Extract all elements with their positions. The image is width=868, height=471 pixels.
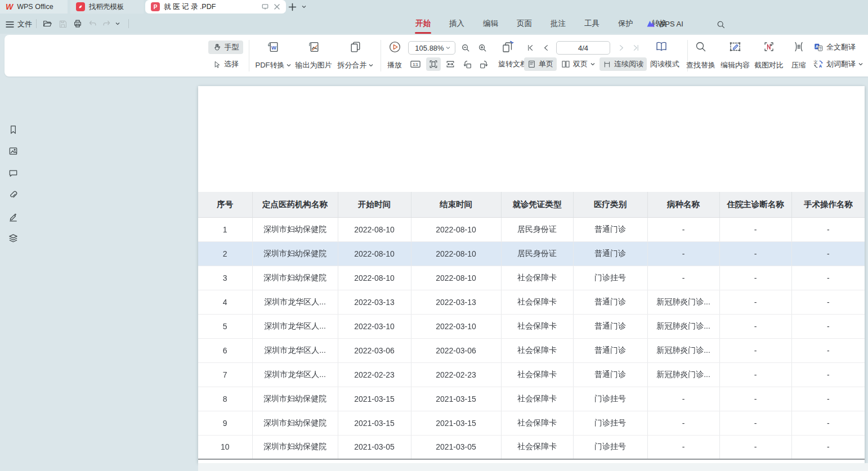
chevron-down-icon [590,62,595,66]
table-cell: 新冠肺炎门诊... [647,362,719,387]
table-cell: - [791,435,865,459]
table-cell: 2022-08-10 [411,217,501,241]
table-cell: - [647,387,719,411]
zoom-in-button[interactable] [475,41,490,55]
column-header: 病种名称 [647,192,719,217]
horizontal-scrollbar-track[interactable] [198,463,868,471]
open-file-button[interactable] [41,17,54,30]
first-page-button[interactable] [524,42,536,54]
zoom-out-button[interactable] [458,41,473,55]
find-replace-button[interactable]: 查找替换 [683,38,718,73]
table-row: 2深圳市妇幼保健院2022-08-102022-08-10居民身份证普通门诊--… [198,241,865,266]
undo-button[interactable] [86,17,99,30]
find-replace-icon [694,40,708,53]
file-menu-button[interactable]: 文件 [6,18,32,30]
rotate-pages-button[interactable] [498,39,518,55]
quick-access-chevron-icon[interactable] [113,17,123,30]
rotate-left-button[interactable] [460,57,475,71]
svg-text:文: 文 [813,60,818,65]
pdf-file-icon: P [151,2,160,11]
read-mode-button[interactable]: 阅读模式 [648,57,682,71]
table-cell: 2022-03-13 [338,290,411,314]
tab-wps-office[interactable]: W WPS Office [0,0,68,14]
divider [381,40,381,71]
last-page-button[interactable] [630,42,642,54]
document-title: 就 医 记 录 .PDF [164,2,257,12]
menu-item-edit[interactable]: 编辑 [481,17,500,30]
screenshot-compare-button[interactable]: 截图对比 [751,38,786,73]
table-row: 4深圳市龙华区人...2022-03-132022-03-13社会保障卡普通门诊… [198,290,865,314]
column-header: 结束时间 [411,192,501,217]
close-tab-icon[interactable] [274,3,280,10]
table-cell: 2022-08-10 [411,266,501,290]
menu-item-insert[interactable]: 插入 [448,17,466,30]
rotate-pages-icon [500,40,515,55]
table-row: 7深圳市龙华区人...2022-02-232022-02-23社会保障卡普通门诊… [198,362,865,387]
table-cell: 社会保障卡 [501,290,573,314]
continuous-read-label: 连续阅读 [614,59,643,69]
attachment-panel-icon[interactable] [7,189,19,201]
pdf-page[interactable]: 序号定点医药机构名称开始时间结束时间就诊凭证类型医疗类别病种名称住院主诊断名称手… [198,86,865,463]
fit-width-icon [445,59,455,69]
layers-panel-icon[interactable] [7,232,19,244]
rotate-right-button[interactable] [477,57,491,71]
column-header: 手术操作名称 [791,192,865,217]
double-page-button[interactable]: 双页 [560,57,596,71]
continuous-read-button[interactable]: 连续阅读 [599,57,647,71]
menu-item-protect[interactable]: 保护 [616,17,635,30]
signature-panel-icon[interactable] [7,210,19,223]
tab-document-pdf[interactable]: P 就 医 记 录 .PDF [145,0,286,14]
page-number-input[interactable]: 4/4 [556,41,610,55]
row-number-cell: 2 [198,241,252,266]
table-cell: - [647,217,719,241]
single-page-button[interactable]: 单页 [524,57,557,71]
full-text-translate-button[interactable]: A 字 全文翻译 [813,41,865,54]
table-cell: - [791,411,865,435]
screen-share-icon[interactable] [261,2,270,11]
single-page-icon [527,60,536,69]
select-tool-button[interactable]: 选择 [208,57,243,71]
next-page-button[interactable] [616,42,627,54]
svg-text:字: 字 [818,46,822,50]
menu-item-comment[interactable]: 批注 [549,17,567,30]
save-button[interactable] [56,17,69,30]
table-cell: 门诊挂号 [573,411,647,435]
pdf-convert-button[interactable]: W PDF转换 [252,38,294,73]
fit-width-button[interactable] [443,57,458,71]
split-merge-button[interactable]: 拆分合并 [333,38,378,73]
double-page-label: 双页 [573,59,588,69]
table-cell: 深圳市龙华区人... [252,314,338,338]
tab-list-chevron-icon[interactable] [302,0,306,14]
table-row: 5深圳市龙华区人...2022-03-102022-03-10社会保障卡普通门诊… [198,314,865,338]
menu-item-page[interactable]: 页面 [515,17,534,30]
compress-label: 压缩 [791,60,806,70]
table-cell: - [791,338,865,362]
table-cell: - [647,241,719,266]
export-image-button[interactable]: 输出为图片 [291,38,336,73]
previous-page-button[interactable] [540,42,552,54]
menu-search-icon[interactable] [714,17,727,31]
fit-page-button[interactable] [426,57,441,71]
menu-item-home[interactable]: 开始 [414,17,432,30]
table-row: 8深圳市妇幼保健院2021-03-152021-03-15社会保障卡门诊挂号--… [198,387,865,411]
wps-ai-button[interactable]: WPS AI [646,19,683,29]
play-button[interactable]: 播放 [383,38,406,73]
new-tab-button[interactable] [288,0,297,14]
compress-button[interactable]: 压缩 [785,38,812,73]
word-translate-button[interactable]: 文 A 划词翻译 [813,57,868,71]
edit-content-button[interactable]: 编辑内容 [718,38,753,73]
print-button[interactable] [71,17,84,30]
redo-button[interactable] [100,17,114,30]
table-cell: - [791,290,865,314]
thumbnail-panel-icon[interactable] [7,145,19,157]
table-cell: - [791,241,865,266]
zoom-level-combobox[interactable]: 105.88% [408,41,455,55]
tab-docer-templates[interactable]: 找稻壳模板 [70,0,144,14]
read-mode-book-icon[interactable] [653,38,670,55]
actual-size-button[interactable]: 1:1 [408,57,423,71]
menu-item-tools[interactable]: 工具 [583,17,601,30]
comment-panel-icon[interactable] [7,167,19,179]
hand-tool-button[interactable]: 手型 [208,41,243,54]
table-cell: 普通门诊 [573,314,647,338]
bookmark-panel-icon[interactable] [7,123,19,136]
